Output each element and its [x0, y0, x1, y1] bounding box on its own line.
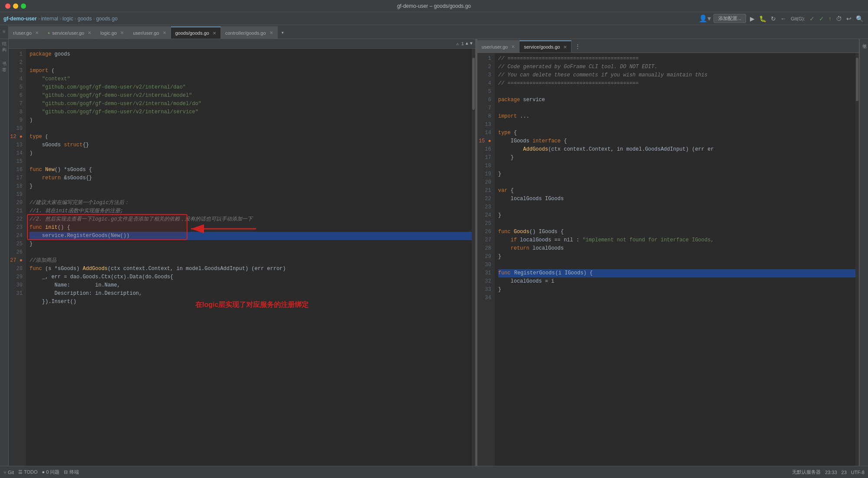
code-line-28: _, err = dao.Goods.Ctx(ctx).Data(do.Good… — [30, 273, 472, 281]
minimize-button[interactable] — [13, 3, 18, 9]
code-line-7: "github.com/gogf/gf-demo-user/v2/interna… — [30, 100, 472, 108]
right-line-1: // =====================================… — [498, 55, 855, 63]
right-line-numbers: 1 2 3 4 5 6 7 8 13 14 15 ● 16 17 18 19 2… — [477, 53, 495, 466]
close-button[interactable] — [5, 3, 10, 9]
tab-goodsgoods-label: goods/goods.go — [175, 30, 209, 36]
right-line-25 — [498, 220, 855, 228]
code-line-5: "github.com/gogf/gf-demo-user/v2/interna… — [30, 83, 472, 92]
breadcrumb-goods[interactable]: goods — [78, 16, 92, 22]
left-scrollbar[interactable] — [472, 49, 475, 466]
push-icon[interactable]: ↑ — [827, 14, 833, 23]
add-config-button[interactable]: 添加配置... — [713, 14, 746, 23]
right-scrollbar[interactable] — [855, 53, 859, 466]
code-line-13: ) — [30, 149, 472, 158]
git-icon: ⑂ — [3, 470, 7, 475]
refresh-icon[interactable]: ↻ — [769, 14, 777, 23]
tab-right-more[interactable]: ⋮ — [572, 40, 584, 53]
tab-serviceuser-close[interactable]: ✕ — [88, 30, 91, 35]
sidebar-structure[interactable]: 结构 — [2, 41, 7, 53]
undo-icon[interactable]: ↩ — [845, 14, 853, 23]
tab-goodsgoods[interactable]: goods/goods.go ✕ — [171, 26, 221, 39]
tab-controllergoods-close[interactable]: ✕ — [270, 30, 273, 35]
code-line-3: import ( — [30, 67, 472, 75]
tab-right-servicegoods[interactable]: service/goods.go ✕ — [519, 40, 572, 53]
encoding-status: UTF-8 — [851, 470, 865, 475]
search-icon[interactable]: 🔍 — [855, 14, 865, 23]
tab-right-servicegoods-label: service/goods.go — [524, 44, 560, 49]
nav-up-icon[interactable]: ▲ — [466, 41, 468, 46]
user-icon[interactable]: 👤▾ — [699, 14, 711, 23]
tab-useruser-close[interactable]: ✕ — [163, 30, 166, 35]
tab-serviceuser[interactable]: ● service/user.go ✕ — [43, 26, 96, 39]
code-line-29: Name: in.Name, — [30, 281, 472, 290]
problems-status[interactable]: ● 0 问题 — [42, 469, 60, 475]
code-line-30: Description: in.Description, — [30, 290, 472, 298]
code-line-26: //添加商品 — [30, 257, 472, 265]
check-icon[interactable]: ✓ — [808, 14, 816, 23]
right-line-34 — [498, 294, 855, 302]
tab-logic-close[interactable]: ✕ — [120, 30, 124, 35]
right-line-14: type { — [498, 129, 855, 137]
tab-controllergoods-label: controller/goods.go — [225, 30, 266, 36]
breadcrumb-project[interactable]: gf-demo-user — [3, 16, 37, 22]
code-line-23: service.RegisterGoods(New()) — [30, 232, 472, 240]
tab-right-servicegoods-close[interactable]: ✕ — [563, 45, 567, 49]
circle-icon: ● — [42, 469, 45, 475]
tab-ruser[interactable]: r/user.go ✕ — [9, 26, 43, 39]
tab-goodsgoods-close[interactable]: ✕ — [213, 31, 216, 36]
window-controls[interactable] — [5, 3, 26, 9]
nav-down-icon[interactable]: ▼ — [470, 41, 473, 46]
git-label: Git(G): — [789, 15, 806, 22]
breadcrumb-file[interactable]: goods.go — [96, 16, 117, 22]
breadcrumb-internal[interactable]: internal — [41, 16, 58, 22]
toolbar-icons: ▶ 🐛 ↻ ← Git(G): ✓ ✓ ↑ ⏱ ↩ 🔍 — [749, 14, 865, 23]
left-scrollbar-thumb[interactable] — [472, 58, 475, 110]
git-status[interactable]: ⑂ Git — [3, 470, 14, 475]
server-status: 无默认服务器 — [792, 469, 821, 475]
terminal-status[interactable]: ⊟ 终端 — [64, 469, 79, 475]
right-line-5 — [498, 88, 855, 96]
right-line-8: import ... — [498, 112, 855, 121]
code-line-18 — [30, 191, 472, 199]
run-icon[interactable]: ▶ — [749, 14, 756, 23]
left-line-numbers: 1 2 3 4 5 6 7 8 9 10 12 ● 13 14 15 16 17 — [9, 49, 26, 466]
status-left: ⑂ Git ☰ TODO ● 0 问题 ⊟ 终端 — [3, 469, 79, 475]
tab-logic[interactable]: logic.go ✕ — [96, 26, 128, 39]
tab-controllergoods[interactable]: controller/goods.go ✕ — [221, 26, 278, 39]
right-line-22: localGoods IGoods — [498, 195, 855, 203]
left-editor-panel: ⚠ 1 ▲ ▼ 1 2 3 4 5 6 7 8 9 10 12 ● — [9, 39, 476, 466]
code-line-21: //2. 然后实现去查看一下logic.go文件是否添加了相关的依赖，没有的话也… — [30, 215, 472, 224]
tab-useruser-label: user/user.go — [133, 30, 159, 36]
debug-icon[interactable]: 🐛 — [758, 14, 768, 23]
back-icon[interactable]: ← — [779, 14, 788, 23]
sidebar-bookmarks[interactable]: 书签 — [2, 61, 7, 73]
right-line-20 — [498, 178, 855, 187]
tab-serviceuser-icon: ● — [48, 31, 50, 35]
right-scrollbar-thumb[interactable] — [856, 58, 858, 101]
tab-more[interactable]: ▾ — [278, 26, 288, 39]
right-line-23 — [498, 203, 855, 211]
breadcrumb: gf-demo-user › internal › logic › goods … — [3, 16, 118, 22]
left-sidebar: 结构 书签 — [0, 39, 9, 466]
maximize-button[interactable] — [21, 3, 26, 9]
tab-serviceuser-label: service/user.go — [52, 30, 84, 36]
right-line-33: } — [498, 286, 855, 294]
code-line-25 — [30, 248, 472, 257]
right-line-13 — [498, 121, 855, 129]
nav-bar: gf-demo-user › internal › logic › goods … — [0, 12, 868, 25]
code-line-14 — [30, 158, 472, 166]
history-icon[interactable]: ⏱ — [835, 14, 843, 23]
breadcrumb-logic[interactable]: logic — [62, 16, 73, 22]
tab-right-useruser[interactable]: user/user.go ✕ — [477, 40, 520, 53]
right-line-16: AddGoods(ctx context.Context, in model.G… — [498, 145, 855, 154]
right-line-17: } — [498, 154, 855, 162]
left-editor-body: 1 2 3 4 5 6 7 8 9 10 12 ● 13 14 15 16 17 — [9, 49, 475, 466]
code-line-15: func New() *sGoods { — [30, 166, 472, 174]
right-line-26: func Goods() IGoods { — [498, 228, 855, 236]
code-line-10 — [30, 125, 472, 133]
tab-right-useruser-close[interactable]: ✕ — [511, 44, 515, 49]
todo-status[interactable]: ☰ TODO — [18, 469, 37, 475]
check2-icon[interactable]: ✓ — [818, 14, 825, 23]
tab-ruser-close[interactable]: ✕ — [35, 30, 39, 35]
tab-useruser[interactable]: user/user.go ✕ — [128, 26, 171, 39]
